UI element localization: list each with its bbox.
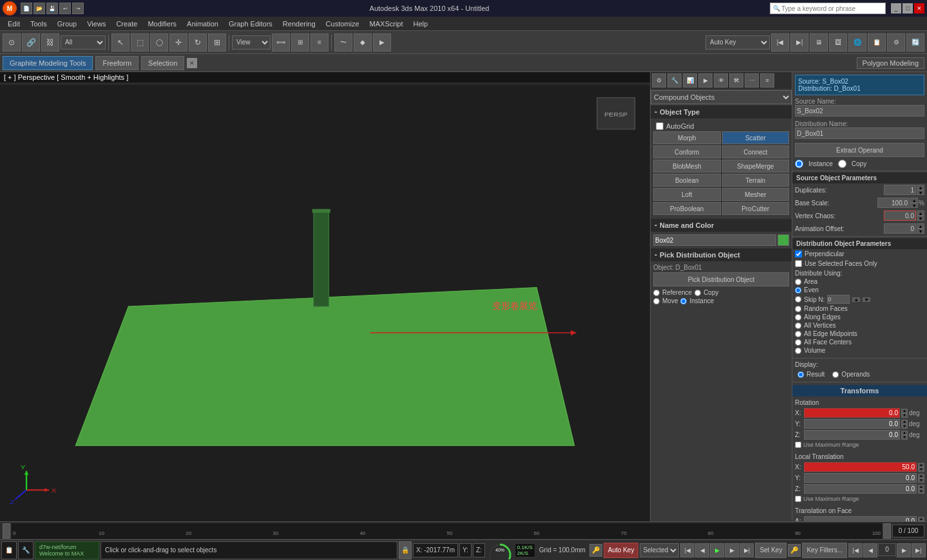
- menu-graph-editors[interactable]: Graph Editors: [224, 19, 278, 29]
- lock-icon-2[interactable]: 🔑: [589, 544, 602, 557]
- dist-name-input[interactable]: [795, 127, 924, 139]
- result-radio[interactable]: [798, 371, 804, 378]
- terrain-button[interactable]: Terrain: [722, 174, 790, 187]
- timeline-scroll-left[interactable]: [3, 523, 10, 539]
- key-filters-button[interactable]: Key Filters...: [802, 543, 847, 558]
- name-input[interactable]: [653, 234, 776, 246]
- vertex-chaos-down[interactable]: ▼: [917, 216, 924, 221]
- curve-icon[interactable]: 〜: [334, 33, 352, 51]
- status-icon-1[interactable]: 📋: [1, 541, 17, 559]
- motion-panel-icon[interactable]: ▶: [698, 73, 712, 88]
- use-selected-faces-checkbox[interactable]: [795, 260, 802, 267]
- select-icon[interactable]: ↖: [111, 33, 129, 51]
- select-obj-icon[interactable]: ⊙: [3, 33, 21, 51]
- render-icon[interactable]: ▶: [373, 33, 391, 51]
- ltrans-z-up[interactable]: ▲: [918, 485, 924, 489]
- timeline-track[interactable]: 0 10 20 30 40 50 60 70 80 90 100: [12, 523, 882, 539]
- lock-icon[interactable]: 🔒: [399, 541, 412, 559]
- rotation-x-input[interactable]: [804, 408, 900, 418]
- all-face-centers-radio[interactable]: [795, 339, 801, 346]
- even-radio[interactable]: [795, 287, 801, 294]
- frame-dec-button[interactable]: ◀: [863, 543, 877, 557]
- loft-button[interactable]: Loft: [653, 188, 721, 201]
- face-a-up[interactable]: ▲: [918, 517, 924, 521]
- menu-modifiers[interactable]: Modifiers: [142, 19, 182, 29]
- extract-operand-button[interactable]: Extract Operand: [795, 143, 924, 157]
- unlink-icon[interactable]: ⛓: [41, 33, 59, 51]
- menu-tools[interactable]: Tools: [25, 19, 52, 29]
- move-icon[interactable]: ✛: [169, 33, 187, 51]
- lasso-icon[interactable]: ◯: [150, 33, 168, 51]
- ltrans-x-up[interactable]: ▲: [918, 463, 924, 467]
- auto-key-button[interactable]: Auto Key: [604, 543, 639, 558]
- name-color-header[interactable]: - Name and Color: [651, 219, 792, 232]
- prev-frame-button[interactable]: ◀: [695, 543, 709, 557]
- key-filter-icon[interactable]: 🔑: [788, 544, 801, 557]
- tab-freeform[interactable]: Freeform: [95, 56, 139, 70]
- rotation-y-input[interactable]: [804, 419, 900, 429]
- copy-radio[interactable]: [694, 290, 701, 296]
- open-icon[interactable]: 📂: [33, 3, 45, 14]
- frame-end-button[interactable]: ▶|: [912, 543, 926, 557]
- duplicates-up[interactable]: ▲: [917, 185, 924, 190]
- next-frame-button[interactable]: ▶: [725, 543, 739, 557]
- rot-y-down[interactable]: ▼: [901, 424, 908, 429]
- vertex-chaos-up[interactable]: ▲: [917, 210, 924, 216]
- viewport[interactable]: [ + ] Perspective [ Smooth + Highlights …: [0, 72, 650, 521]
- render-setup-icon[interactable]: 🖥: [810, 33, 828, 51]
- area-radio[interactable]: [795, 279, 801, 285]
- selected-dropdown[interactable]: Selected: [640, 543, 679, 557]
- menu-views[interactable]: Views: [82, 19, 111, 29]
- extra2-icon[interactable]: 🔄: [906, 33, 924, 51]
- procutter-button[interactable]: ProCutter: [722, 202, 790, 215]
- ltrans-x-input[interactable]: [804, 462, 917, 472]
- source-name-input[interactable]: [795, 105, 924, 117]
- search-box[interactable]: 🔍: [770, 3, 886, 14]
- object-type-header[interactable]: - Object Type: [651, 106, 792, 118]
- rot-z-down[interactable]: ▼: [901, 435, 908, 440]
- create-selection-select[interactable]: Auto Key: [705, 35, 770, 50]
- shapemerge-button[interactable]: ShapeMerge: [722, 160, 790, 173]
- material-icon[interactable]: ◆: [354, 33, 372, 51]
- instance-radio[interactable]: [680, 298, 687, 304]
- menu-create[interactable]: Create: [111, 19, 142, 29]
- ltrans-use-max-checkbox[interactable]: [795, 496, 801, 502]
- autogrid-checkbox[interactable]: [656, 122, 664, 130]
- menu-edit[interactable]: Edit: [3, 19, 25, 29]
- along-edges-radio[interactable]: [795, 314, 801, 321]
- utilities-panel-icon[interactable]: 🛠: [729, 73, 743, 88]
- reference-radio[interactable]: [653, 290, 660, 296]
- anim-offset-input[interactable]: [884, 223, 916, 234]
- base-scale-down[interactable]: ▼: [910, 203, 918, 208]
- menu-customize[interactable]: Customize: [321, 19, 365, 29]
- close-button[interactable]: ✕: [914, 3, 924, 14]
- vertex-chaos-input[interactable]: [884, 210, 916, 221]
- duplicates-down[interactable]: ▼: [917, 190, 924, 195]
- rot-y-up[interactable]: ▲: [901, 420, 908, 424]
- connect-button[interactable]: Connect: [722, 145, 790, 158]
- face-a-input[interactable]: [804, 516, 917, 521]
- extra2-panel-icon[interactable]: ≡: [760, 73, 774, 88]
- frame-input[interactable]: [878, 543, 896, 556]
- rotation-use-max-checkbox[interactable]: [795, 442, 801, 448]
- rot-x-up[interactable]: ▲: [901, 409, 908, 413]
- proboolean-button[interactable]: ProBoolean: [653, 202, 721, 215]
- rotation-z-input[interactable]: [804, 430, 900, 440]
- perpendicular-checkbox[interactable]: [795, 250, 802, 257]
- volume-radio[interactable]: [795, 348, 801, 354]
- menu-help[interactable]: Help: [408, 19, 434, 29]
- render-frame-icon[interactable]: 🖼: [829, 33, 847, 51]
- operands-radio[interactable]: [832, 371, 839, 378]
- rot-x-down[interactable]: ▼: [901, 413, 908, 418]
- source-params-header[interactable]: Source Object Parameters: [792, 173, 927, 183]
- save-icon[interactable]: 💾: [46, 3, 58, 14]
- rot-z-up[interactable]: ▲: [901, 431, 908, 435]
- scale-icon[interactable]: ⊞: [208, 33, 226, 51]
- compound-objects-select[interactable]: Compound Objects: [651, 90, 792, 104]
- set-key-button[interactable]: Set Key: [755, 543, 787, 558]
- base-scale-up[interactable]: ▲: [910, 198, 918, 203]
- view-select[interactable]: View Screen World: [232, 35, 271, 50]
- boolean-button[interactable]: Boolean: [653, 174, 721, 187]
- ltrans-z-input[interactable]: [804, 484, 917, 494]
- env-effects-icon[interactable]: 🌐: [848, 33, 866, 51]
